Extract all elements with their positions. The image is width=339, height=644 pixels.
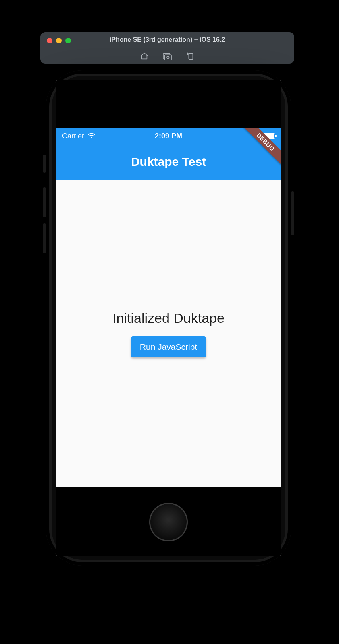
- iphone-device-frame: Carrier 2:09 PM Duktape Test DEBUG Initi…: [46, 70, 291, 566]
- wifi-icon: [87, 132, 96, 140]
- run-javascript-button[interactable]: Run JavaScript: [131, 336, 206, 357]
- carrier-label: Carrier: [62, 132, 84, 140]
- app-viewport: Carrier 2:09 PM Duktape Test DEBUG Initi…: [56, 128, 281, 487]
- mute-switch[interactable]: [43, 155, 46, 173]
- status-text: Initialized Duktape: [112, 310, 225, 326]
- app-bar: Carrier 2:09 PM Duktape Test DEBUG: [56, 128, 281, 180]
- volume-up-button[interactable]: [43, 187, 46, 217]
- rotate-icon[interactable]: [186, 52, 195, 60]
- svg-rect-1: [165, 55, 172, 60]
- home-icon[interactable]: [140, 52, 149, 60]
- app-body: Initialized Duktape Run JavaScript: [56, 180, 281, 487]
- power-button[interactable]: [291, 191, 294, 235]
- simulator-title: iPhone SE (3rd generation) – iOS 16.2: [40, 36, 294, 43]
- simulator-titlebar: iPhone SE (3rd generation) – iOS 16.2: [40, 32, 294, 64]
- screenshot-icon[interactable]: [162, 52, 172, 60]
- home-button[interactable]: [149, 503, 188, 541]
- volume-down-button[interactable]: [43, 223, 46, 253]
- app-title: Duktape Test: [56, 144, 281, 180]
- svg-rect-3: [189, 54, 193, 60]
- clock-label: 2:09 PM: [155, 132, 182, 140]
